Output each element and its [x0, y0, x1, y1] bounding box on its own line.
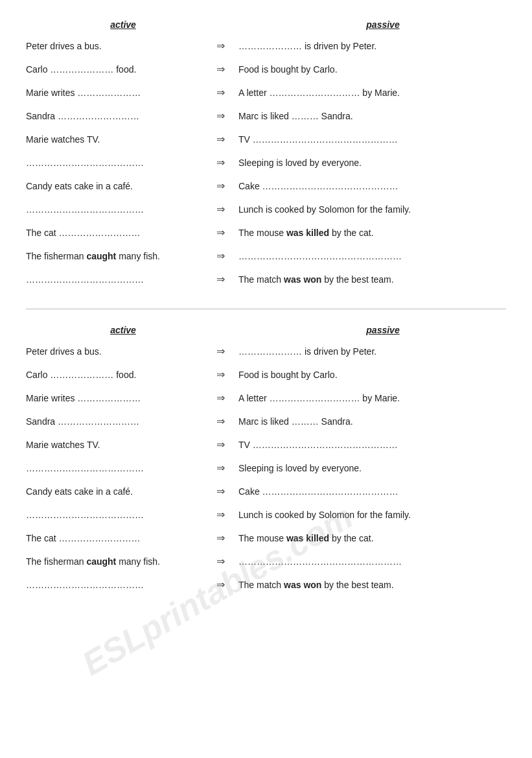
- exercise-row: Marie watches TV.⇒TV …………………………………………: [26, 132, 506, 149]
- active-cell: The fisherman caught many fish.: [26, 554, 207, 569]
- active-cell: Peter drives a bus.: [26, 344, 207, 359]
- arrow-icon: ⇒: [207, 508, 233, 521]
- exercise-row: Marie watches TV.⇒TV …………………………………………: [26, 438, 506, 455]
- arrow-icon: ⇒: [207, 40, 233, 52]
- arrow-icon: ⇒: [207, 368, 233, 381]
- exercise-row: The cat ………………………⇒The mouse was killed b…: [26, 531, 506, 548]
- passive-cell: A letter ………………………… by Marie.: [233, 86, 506, 100]
- exercise-row: Sandra ………………………⇒Marc is liked ……… Sandr…: [26, 414, 506, 431]
- arrow-icon: ⇒: [207, 578, 233, 591]
- passive-cell: The match was won by the best team.: [233, 272, 506, 287]
- exercise-row: The fisherman caught many fish.⇒………………………: [26, 249, 506, 266]
- active-cell: Carlo ………………… food.: [26, 368, 207, 382]
- header-passive: passive: [266, 325, 500, 335]
- active-cell: Marie writes …………………: [26, 86, 207, 100]
- section-divider: [26, 309, 506, 309]
- passive-cell: The mouse was killed by the cat.: [233, 531, 506, 545]
- active-cell: …………………………………: [26, 508, 207, 522]
- active-cell: …………………………………: [26, 156, 207, 170]
- section-1: activepassivePeter drives a bus.⇒……………………: [26, 19, 506, 289]
- exercise-row: Marie writes …………………⇒A letter ……………………………: [26, 391, 506, 408]
- arrow-icon: ⇒: [207, 86, 233, 99]
- arrow-icon: ⇒: [207, 392, 233, 404]
- exercise-row: Candy eats cake in a café.⇒Cake ………………………: [26, 179, 506, 196]
- passive-cell: The match was won by the best team.: [233, 578, 506, 592]
- header-active: active: [32, 19, 214, 30]
- arrow-icon: ⇒: [207, 273, 233, 285]
- active-cell: The cat ………………………: [26, 226, 207, 240]
- exercise-row: Peter drives a bus.⇒………………… is driven by…: [26, 344, 506, 361]
- passive-cell: ………………………………………………: [233, 554, 506, 569]
- passive-cell: A letter ………………………… by Marie.: [233, 391, 506, 405]
- worksheet: activepassivePeter drives a bus.⇒……………………: [26, 19, 506, 595]
- passive-cell: Sleeping is loved by everyone.: [233, 461, 506, 475]
- active-cell: The cat ………………………: [26, 531, 207, 545]
- active-cell: Marie watches TV.: [26, 438, 207, 452]
- exercise-row: Candy eats cake in a café.⇒Cake ………………………: [26, 484, 506, 501]
- active-cell: Peter drives a bus.: [26, 39, 207, 53]
- arrow-icon: ⇒: [207, 485, 233, 497]
- active-cell: Candy eats cake in a café.: [26, 484, 207, 499]
- exercise-row: …………………………………⇒Lunch is cooked by Solomon…: [26, 202, 506, 219]
- active-cell: Marie writes …………………: [26, 391, 207, 405]
- active-cell: Sandra ………………………: [26, 109, 207, 123]
- passive-cell: TV …………………………………………: [233, 438, 506, 452]
- exercise-row: Peter drives a bus.⇒………………… is driven by…: [26, 39, 506, 56]
- exercise-row: …………………………………⇒Sleeping is loved by every…: [26, 156, 506, 172]
- passive-cell: Marc is liked ……… Sandra.: [233, 109, 506, 123]
- exercise-row: …………………………………⇒Lunch is cooked by Solomon…: [26, 508, 506, 525]
- exercise-row: The cat ………………………⇒The mouse was killed b…: [26, 226, 506, 243]
- exercise-row: Sandra ………………………⇒Marc is liked ……… Sandr…: [26, 109, 506, 126]
- exercise-row: …………………………………⇒The match was won by the b…: [26, 578, 506, 595]
- passive-cell: ………………… is driven by Peter.: [233, 344, 506, 359]
- header-passive: passive: [266, 19, 500, 30]
- header-active: active: [32, 325, 214, 335]
- passive-cell: Sleeping is loved by everyone.: [233, 156, 506, 170]
- passive-cell: Marc is liked ……… Sandra.: [233, 414, 506, 429]
- passive-cell: Food is bought by Carlo.: [233, 368, 506, 382]
- passive-cell: Food is bought by Carlo.: [233, 62, 506, 77]
- passive-cell: Cake ………………………………………: [233, 484, 506, 499]
- active-cell: Marie watches TV.: [26, 132, 207, 147]
- header-row: activepassive: [26, 325, 506, 335]
- exercise-row: Marie writes …………………⇒A letter ……………………………: [26, 86, 506, 102]
- arrow-icon: ⇒: [207, 110, 233, 122]
- active-cell: …………………………………: [26, 578, 207, 592]
- arrow-icon: ⇒: [207, 345, 233, 357]
- arrow-icon: ⇒: [207, 203, 233, 215]
- active-cell: …………………………………: [26, 461, 207, 475]
- header-row: activepassive: [26, 19, 506, 30]
- passive-cell: Lunch is cooked by Solomon for the famil…: [233, 508, 506, 522]
- exercise-row: Carlo ………………… food.⇒Food is bought by Ca…: [26, 62, 506, 79]
- arrow-icon: ⇒: [207, 180, 233, 192]
- arrow-icon: ⇒: [207, 226, 233, 239]
- passive-cell: Cake ………………………………………: [233, 179, 506, 193]
- arrow-icon: ⇒: [207, 156, 233, 169]
- arrow-icon: ⇒: [207, 63, 233, 75]
- exercise-row: The fisherman caught many fish.⇒………………………: [26, 554, 506, 571]
- arrow-icon: ⇒: [207, 133, 233, 145]
- exercise-row: …………………………………⇒Sleeping is loved by every…: [26, 461, 506, 478]
- arrow-icon: ⇒: [207, 462, 233, 474]
- section-2: activepassivePeter drives a bus.⇒……………………: [26, 325, 506, 595]
- arrow-icon: ⇒: [207, 250, 233, 262]
- active-cell: Carlo ………………… food.: [26, 62, 207, 77]
- active-cell: …………………………………: [26, 272, 207, 287]
- passive-cell: The mouse was killed by the cat.: [233, 226, 506, 240]
- active-cell: …………………………………: [26, 202, 207, 217]
- passive-cell: Lunch is cooked by Solomon for the famil…: [233, 202, 506, 217]
- exercise-row: Carlo ………………… food.⇒Food is bought by Ca…: [26, 368, 506, 385]
- arrow-icon: ⇒: [207, 532, 233, 544]
- passive-cell: ………………… is driven by Peter.: [233, 39, 506, 53]
- arrow-icon: ⇒: [207, 438, 233, 451]
- active-cell: Candy eats cake in a café.: [26, 179, 207, 193]
- active-cell: The fisherman caught many fish.: [26, 249, 207, 263]
- exercise-row: …………………………………⇒The match was won by the b…: [26, 272, 506, 289]
- passive-cell: TV …………………………………………: [233, 132, 506, 147]
- arrow-icon: ⇒: [207, 415, 233, 427]
- arrow-icon: ⇒: [207, 555, 233, 567]
- active-cell: Sandra ………………………: [26, 414, 207, 429]
- passive-cell: ………………………………………………: [233, 249, 506, 263]
